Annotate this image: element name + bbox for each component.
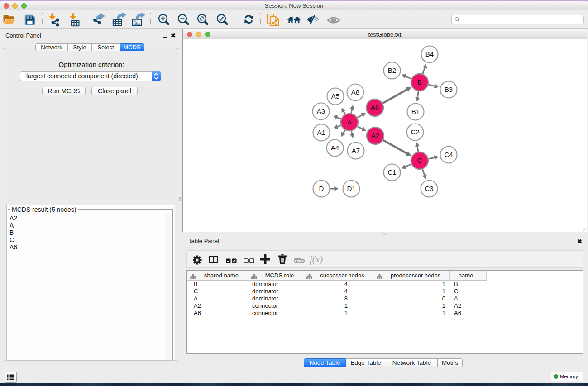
svg-text:A8: A8	[351, 88, 359, 96]
svg-text:B3: B3	[445, 86, 453, 93]
svg-text:D: D	[319, 185, 324, 192]
svg-text:B4: B4	[425, 50, 434, 58]
svg-text:A6: A6	[371, 104, 379, 111]
svg-text:B1: B1	[411, 108, 420, 115]
svg-text:A1: A1	[317, 129, 325, 136]
svg-text:C3: C3	[425, 185, 433, 192]
svg-text:A3: A3	[317, 107, 325, 115]
svg-text:A7: A7	[352, 147, 360, 154]
svg-text:C4: C4	[444, 151, 453, 158]
svg-text:A2: A2	[371, 132, 379, 139]
svg-text:A4: A4	[331, 144, 339, 152]
svg-text:C: C	[417, 157, 422, 164]
svg-text:B2: B2	[388, 67, 396, 74]
svg-text:A: A	[347, 118, 352, 126]
svg-text:A5: A5	[331, 92, 339, 100]
svg-text:C2: C2	[411, 128, 419, 136]
svg-text:B: B	[417, 78, 422, 86]
svg-text:D1: D1	[347, 185, 355, 192]
svg-text:C1: C1	[387, 168, 396, 176]
